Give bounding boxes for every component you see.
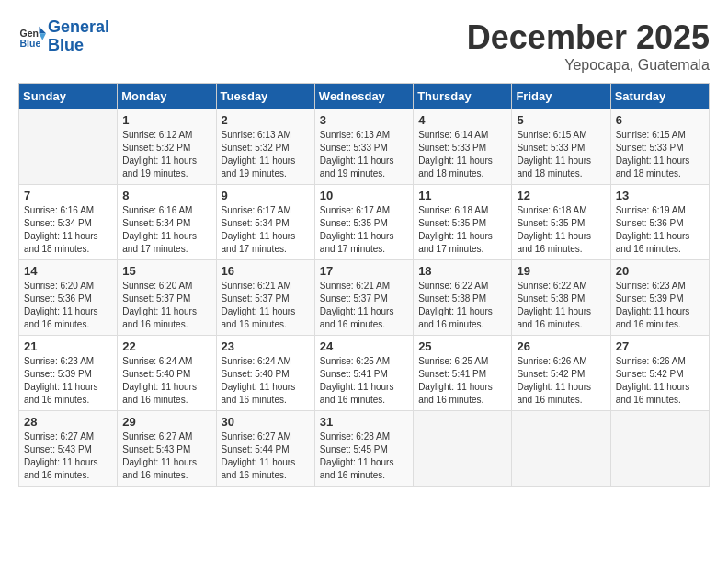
day-number: 30 [222, 415, 310, 429]
calendar-week-3: 14Sunrise: 6:20 AM Sunset: 5:36 PM Dayli… [19, 260, 710, 336]
day-number: 2 [222, 113, 310, 127]
calendar-cell: 7Sunrise: 6:16 AM Sunset: 5:34 PM Daylig… [19, 185, 118, 260]
day-number: 28 [24, 415, 112, 429]
svg-text:Blue: Blue [20, 37, 41, 48]
day-info: Sunrise: 6:27 AM Sunset: 5:43 PM Dayligh… [122, 431, 210, 482]
day-info: Sunrise: 6:27 AM Sunset: 5:43 PM Dayligh… [24, 431, 112, 482]
calendar-cell: 14Sunrise: 6:20 AM Sunset: 5:36 PM Dayli… [19, 260, 118, 336]
day-number: 27 [616, 339, 704, 353]
calendar-cell: 19Sunrise: 6:22 AM Sunset: 5:38 PM Dayli… [512, 260, 610, 336]
day-info: Sunrise: 6:25 AM Sunset: 5:41 PM Dayligh… [418, 355, 506, 407]
calendar-cell: 29Sunrise: 6:27 AM Sunset: 5:43 PM Dayli… [118, 411, 216, 487]
calendar-cell: 18Sunrise: 6:22 AM Sunset: 5:38 PM Dayli… [414, 260, 512, 336]
day-info: Sunrise: 6:15 AM Sunset: 5:33 PM Dayligh… [517, 129, 605, 180]
day-number: 1 [122, 113, 210, 127]
calendar-cell: 5Sunrise: 6:15 AM Sunset: 5:33 PM Daylig… [512, 109, 610, 185]
day-number: 18 [418, 264, 506, 278]
calendar-cell [19, 109, 118, 185]
day-number: 3 [320, 113, 408, 127]
day-number: 25 [418, 339, 506, 353]
calendar-week-1: 1Sunrise: 6:12 AM Sunset: 5:32 PM Daylig… [19, 109, 710, 185]
day-info: Sunrise: 6:16 AM Sunset: 5:34 PM Dayligh… [24, 204, 112, 256]
calendar-cell: 12Sunrise: 6:18 AM Sunset: 5:35 PM Dayli… [512, 185, 610, 260]
calendar-table: SundayMondayTuesdayWednesdayThursdayFrid… [18, 83, 710, 487]
day-info: Sunrise: 6:22 AM Sunset: 5:38 PM Dayligh… [418, 280, 506, 331]
day-number: 20 [616, 264, 704, 278]
day-info: Sunrise: 6:17 AM Sunset: 5:35 PM Dayligh… [320, 204, 408, 256]
day-number: 14 [24, 264, 112, 278]
logo-text: GeneralBlue [48, 18, 109, 55]
calendar-cell: 3Sunrise: 6:13 AM Sunset: 5:33 PM Daylig… [314, 109, 413, 185]
calendar-cell: 4Sunrise: 6:14 AM Sunset: 5:33 PM Daylig… [414, 109, 512, 185]
day-number: 13 [616, 189, 704, 202]
location-subtitle: Yepocapa, Guatemala [467, 57, 710, 74]
day-info: Sunrise: 6:28 AM Sunset: 5:45 PM Dayligh… [320, 431, 408, 482]
day-info: Sunrise: 6:18 AM Sunset: 5:35 PM Dayligh… [418, 204, 506, 256]
calendar-cell: 11Sunrise: 6:18 AM Sunset: 5:35 PM Dayli… [414, 185, 512, 260]
calendar-cell: 27Sunrise: 6:26 AM Sunset: 5:42 PM Dayli… [610, 336, 709, 411]
calendar-cell: 28Sunrise: 6:27 AM Sunset: 5:43 PM Dayli… [19, 411, 118, 487]
day-info: Sunrise: 6:23 AM Sunset: 5:39 PM Dayligh… [616, 280, 704, 331]
day-info: Sunrise: 6:20 AM Sunset: 5:36 PM Dayligh… [24, 280, 112, 331]
day-info: Sunrise: 6:19 AM Sunset: 5:36 PM Dayligh… [616, 204, 704, 256]
header-sunday: Sunday [19, 84, 118, 109]
day-info: Sunrise: 6:22 AM Sunset: 5:38 PM Dayligh… [517, 280, 605, 331]
day-info: Sunrise: 6:13 AM Sunset: 5:32 PM Dayligh… [222, 129, 310, 180]
day-number: 22 [122, 339, 210, 353]
day-number: 9 [222, 189, 310, 202]
day-number: 29 [122, 415, 210, 429]
day-info: Sunrise: 6:13 AM Sunset: 5:33 PM Dayligh… [320, 129, 408, 180]
day-info: Sunrise: 6:16 AM Sunset: 5:34 PM Dayligh… [122, 204, 210, 256]
day-number: 21 [24, 339, 112, 353]
day-info: Sunrise: 6:26 AM Sunset: 5:42 PM Dayligh… [616, 355, 704, 407]
calendar-week-2: 7Sunrise: 6:16 AM Sunset: 5:34 PM Daylig… [19, 185, 710, 260]
calendar-week-5: 28Sunrise: 6:27 AM Sunset: 5:43 PM Dayli… [19, 411, 710, 487]
calendar-cell: 22Sunrise: 6:24 AM Sunset: 5:40 PM Dayli… [118, 336, 216, 411]
title-block: December 2025 Yepocapa, Guatemala [467, 18, 710, 74]
day-info: Sunrise: 6:24 AM Sunset: 5:40 PM Dayligh… [222, 355, 310, 407]
header-saturday: Saturday [610, 84, 709, 109]
logo-icon: Gen Blue [18, 23, 46, 51]
day-info: Sunrise: 6:18 AM Sunset: 5:35 PM Dayligh… [517, 204, 605, 256]
day-info: Sunrise: 6:14 AM Sunset: 5:33 PM Dayligh… [418, 129, 506, 180]
day-info: Sunrise: 6:17 AM Sunset: 5:34 PM Dayligh… [222, 204, 310, 256]
calendar-header-row: SundayMondayTuesdayWednesdayThursdayFrid… [19, 84, 710, 109]
calendar-cell: 13Sunrise: 6:19 AM Sunset: 5:36 PM Dayli… [610, 185, 709, 260]
calendar-cell: 24Sunrise: 6:25 AM Sunset: 5:41 PM Dayli… [314, 336, 413, 411]
day-info: Sunrise: 6:25 AM Sunset: 5:41 PM Dayligh… [320, 355, 408, 407]
day-number: 4 [418, 113, 506, 127]
day-number: 23 [222, 339, 310, 353]
day-number: 17 [320, 264, 408, 278]
day-number: 10 [320, 189, 408, 202]
header-friday: Friday [512, 84, 610, 109]
day-number: 19 [517, 264, 605, 278]
calendar-cell: 10Sunrise: 6:17 AM Sunset: 5:35 PM Dayli… [314, 185, 413, 260]
day-number: 31 [320, 415, 408, 429]
day-number: 16 [222, 264, 310, 278]
month-title: December 2025 [467, 18, 710, 57]
day-info: Sunrise: 6:20 AM Sunset: 5:37 PM Dayligh… [122, 280, 210, 331]
calendar-cell: 30Sunrise: 6:27 AM Sunset: 5:44 PM Dayli… [216, 411, 314, 487]
calendar-cell: 21Sunrise: 6:23 AM Sunset: 5:39 PM Dayli… [19, 336, 118, 411]
header-tuesday: Tuesday [216, 84, 314, 109]
calendar-cell: 20Sunrise: 6:23 AM Sunset: 5:39 PM Dayli… [610, 260, 709, 336]
calendar-cell: 8Sunrise: 6:16 AM Sunset: 5:34 PM Daylig… [118, 185, 216, 260]
calendar-cell: 23Sunrise: 6:24 AM Sunset: 5:40 PM Dayli… [216, 336, 314, 411]
day-number: 6 [616, 113, 704, 127]
page-header: Gen Blue GeneralBlue December 2025 Yepoc… [18, 18, 710, 74]
calendar-cell: 1Sunrise: 6:12 AM Sunset: 5:32 PM Daylig… [118, 109, 216, 185]
day-number: 11 [418, 189, 506, 202]
header-monday: Monday [118, 84, 216, 109]
calendar-cell: 2Sunrise: 6:13 AM Sunset: 5:32 PM Daylig… [216, 109, 314, 185]
day-info: Sunrise: 6:12 AM Sunset: 5:32 PM Dayligh… [122, 129, 210, 180]
calendar-cell: 31Sunrise: 6:28 AM Sunset: 5:45 PM Dayli… [314, 411, 413, 487]
calendar-cell: 25Sunrise: 6:25 AM Sunset: 5:41 PM Dayli… [414, 336, 512, 411]
day-info: Sunrise: 6:26 AM Sunset: 5:42 PM Dayligh… [517, 355, 605, 407]
calendar-week-4: 21Sunrise: 6:23 AM Sunset: 5:39 PM Dayli… [19, 336, 710, 411]
day-number: 5 [517, 113, 605, 127]
day-number: 12 [517, 189, 605, 202]
calendar-cell [610, 411, 709, 487]
day-number: 7 [24, 189, 112, 202]
day-number: 26 [517, 339, 605, 353]
day-info: Sunrise: 6:27 AM Sunset: 5:44 PM Dayligh… [222, 431, 310, 482]
